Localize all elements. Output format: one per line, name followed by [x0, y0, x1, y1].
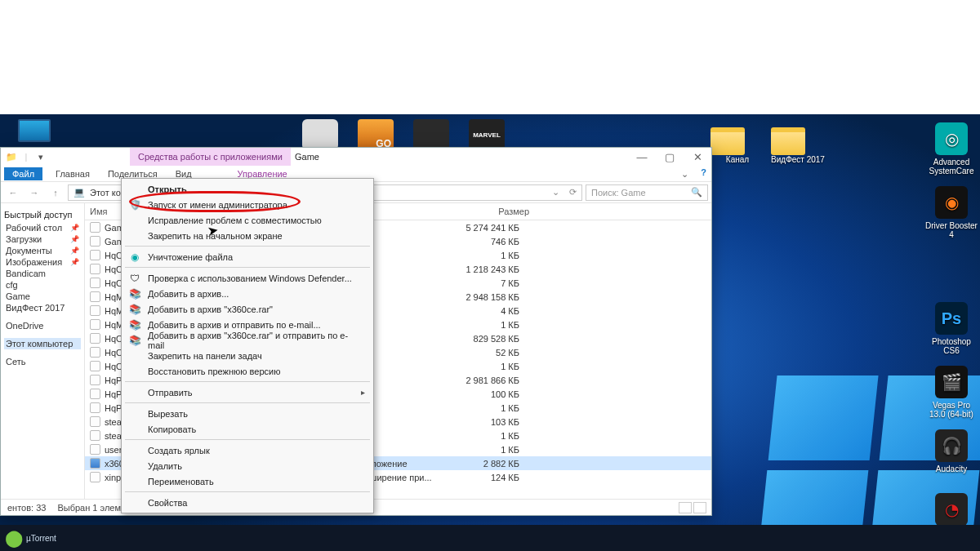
col-size[interactable]: Размер: [452, 205, 534, 218]
desktop-shortcut[interactable]: ◉Driver Booster 4: [924, 186, 978, 239]
file-icon: [90, 389, 100, 399]
desktop-shortcut[interactable]: PsPhotoshop CS6: [924, 302, 978, 355]
sidebar-network[interactable]: Сеть: [4, 356, 81, 367]
view-large-icon[interactable]: [693, 502, 706, 513]
iobit-icon: ◉: [128, 251, 141, 264]
file-icon: [90, 291, 100, 302]
sidebar-item[interactable]: cfg: [4, 279, 81, 291]
nav-pane: Быстрый доступ Рабочий стол📌Загрузки📌Док…: [1, 203, 84, 499]
sidebar-item[interactable]: Изображения📌: [4, 256, 81, 268]
ctx-open[interactable]: Открыть: [123, 181, 372, 197]
ctx-add-rar[interactable]: 📚Добавить в архив "x360ce.rar": [123, 301, 372, 317]
pc-icon: 💻: [74, 187, 85, 198]
app-icon-warframe[interactable]: [302, 119, 338, 150]
folder-label: ВидФест 2017: [771, 155, 825, 164]
ctx-pin-start[interactable]: Закрепить на начальном экране: [123, 228, 372, 243]
ctx-run-as-admin[interactable]: 🛡️Запуск от имени администратора: [123, 197, 372, 212]
nav-fwd-icon[interactable]: →: [25, 184, 43, 202]
status-count: ентов: 33: [7, 503, 46, 513]
ctx-properties[interactable]: Свойства: [123, 495, 372, 510]
desktop-shortcut[interactable]: 🎧Audacity: [924, 429, 978, 473]
window-title: Game: [285, 148, 329, 166]
winrar-icon: 📚: [128, 334, 141, 347]
desktop-folder[interactable]: Канал: [710, 127, 764, 164]
minimize-button[interactable]: —: [628, 148, 656, 166]
file-icon: [90, 278, 100, 288]
file-icon: [90, 305, 100, 316]
folder-label: Канал: [726, 155, 749, 164]
desktop-folder[interactable]: ВидФест 2017: [771, 127, 825, 164]
taskbar-label: µTorrent: [26, 534, 56, 543]
ctx-copy[interactable]: Копировать: [123, 421, 372, 437]
file-icon: [90, 222, 100, 233]
ctx-restore[interactable]: Восстановить прежнюю версию: [123, 363, 372, 379]
file-icon: [90, 347, 100, 358]
qat-divider: |: [20, 151, 32, 162]
context-menu: Открыть 🛡️Запуск от имени администратора…: [121, 178, 374, 513]
taskbar[interactable]: ⬤ µTorrent: [0, 525, 980, 551]
ctx-add-rar-email[interactable]: 📚Добавить в архив "x360ce.rar" и отправи…: [123, 332, 372, 348]
search-placeholder: Поиск: Game: [591, 188, 646, 198]
file-icon: [90, 416, 100, 427]
search-input[interactable]: Поиск: Game 🔍: [586, 184, 708, 201]
ctx-send-to[interactable]: Отправить: [123, 384, 372, 400]
ctx-add-archive[interactable]: 📚Добавить в архив...: [123, 286, 372, 301]
ctx-cut[interactable]: Вырезать: [123, 406, 372, 421]
file-icon: [90, 444, 100, 455]
sidebar-item[interactable]: Bandicam: [4, 268, 81, 279]
app-icon-csgo[interactable]: GO: [358, 119, 394, 150]
close-button[interactable]: ✕: [684, 148, 711, 166]
view-details-icon[interactable]: [679, 502, 692, 513]
qat-button[interactable]: ▾: [35, 151, 47, 162]
ribbon-home[interactable]: Главная: [47, 167, 98, 180]
ctx-shortcut[interactable]: Создать ярлык: [123, 442, 372, 458]
taskbar-utorrent[interactable]: ⬤: [0, 525, 28, 551]
desktop-shortcut[interactable]: ◎Advanced SystemCare: [924, 122, 978, 176]
winrar-icon: 📚: [128, 318, 141, 331]
file-icon: [90, 264, 100, 274]
nav-up-icon[interactable]: ↑: [47, 184, 65, 202]
maximize-button[interactable]: ▢: [656, 148, 684, 166]
contextual-tab[interactable]: Средства работы с приложениями: [130, 148, 291, 166]
exe-icon: [90, 458, 100, 469]
separator: [125, 246, 370, 247]
search-icon: 🔍: [691, 187, 702, 198]
help-icon[interactable]: ?: [701, 167, 706, 177]
file-icon: [90, 236, 100, 247]
app-icon-game1[interactable]: [413, 119, 449, 150]
file-icon: [90, 333, 100, 344]
separator: [125, 402, 370, 403]
file-icon: [90, 430, 100, 441]
separator: [125, 491, 370, 492]
letterbox-top: [0, 0, 980, 114]
file-icon: [90, 472, 100, 482]
nav-back-icon[interactable]: ←: [4, 184, 22, 202]
ctx-pin-taskbar[interactable]: Закрепить на панели задач: [123, 348, 372, 363]
sidebar-item[interactable]: Рабочий стол📌: [4, 222, 81, 233]
app-icon-marvel[interactable]: MARVEL: [469, 119, 505, 150]
ribbon-expand-icon[interactable]: ⌄: [681, 169, 688, 180]
separator: [125, 267, 370, 268]
ctx-rename[interactable]: Переименовать: [123, 473, 372, 489]
sidebar-thispc[interactable]: Этот компьютер: [4, 338, 81, 349]
winrar-icon: 📚: [128, 287, 141, 300]
file-icon: [90, 402, 100, 413]
sidebar-item[interactable]: Документы📌: [4, 245, 81, 256]
file-icon: [90, 250, 100, 260]
refresh-icon[interactable]: ⟳: [569, 187, 577, 198]
sidebar-item[interactable]: Загрузки📌: [4, 233, 81, 245]
file-icon: [90, 361, 100, 371]
sidebar-item[interactable]: Game: [4, 291, 81, 302]
desktop-shortcut[interactable]: 🎬Vegas Pro 13.0 (64-bit): [924, 366, 978, 419]
winrar-icon: 📚: [128, 303, 141, 316]
ctx-delete[interactable]: Удалить: [123, 458, 372, 473]
ctx-compat[interactable]: Исправление проблем с совместимостью: [123, 212, 372, 228]
ctx-defender[interactable]: 🛡Проверка с использованием Windows Defen…: [123, 270, 372, 286]
ribbon-file[interactable]: Файл: [4, 167, 42, 180]
titlebar[interactable]: 📁 | ▾ Средства работы с приложениями Gam…: [1, 148, 711, 166]
ctx-destroy[interactable]: ◉Уничтожение файла: [123, 249, 372, 264]
sidebar-onedrive[interactable]: OneDrive: [4, 320, 81, 331]
quick-access-header[interactable]: Быстрый доступ: [4, 210, 81, 220]
dropdown-icon[interactable]: ⌄: [552, 187, 559, 198]
sidebar-item[interactable]: ВидФест 2017: [4, 302, 81, 313]
